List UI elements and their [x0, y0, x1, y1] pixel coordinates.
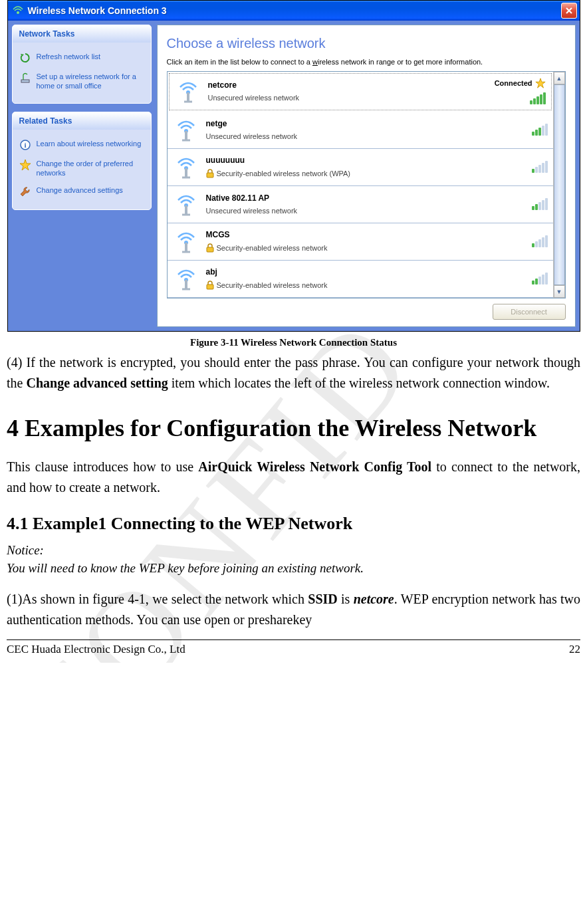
network-item[interactable]: netgeUnsecured wireless network	[168, 112, 553, 149]
network-info: netcoreUnsecured wireless network	[208, 80, 488, 102]
heading-section-4-1: 4.1 Example1 Connecting to the WEP Netwo…	[7, 514, 580, 534]
panel-related-tasks: Related Tasks i Learn about wireless net…	[12, 112, 152, 211]
text: (1)As shown in figure 4-1, we select the…	[7, 592, 308, 606]
network-item[interactable]: Native 802.11 APUnsecured wireless netwo…	[168, 186, 553, 223]
network-info: abjSecurity-enabled wireless network	[206, 267, 525, 290]
wireless-icon	[12, 5, 24, 17]
antenna-icon	[173, 154, 199, 180]
antenna-icon	[173, 265, 199, 292]
panel-network-tasks: Network Tasks Refresh network list	[12, 25, 152, 104]
close-button[interactable]	[561, 3, 577, 19]
intro-paragraph: This clause introduces how to use AirQui…	[7, 457, 580, 498]
page-footer: CEC Huada Electronic Design Co., Ltd 22	[7, 639, 580, 656]
network-item[interactable]: uuuuuuuuSecurity-enabled wireless networ…	[168, 149, 553, 186]
panel-header: Related Tasks	[13, 112, 151, 130]
paragraph-1: (1)As shown in figure 4-1, we select the…	[7, 589, 580, 630]
antenna-icon	[173, 116, 199, 143]
network-info: uuuuuuuuSecurity-enabled wireless networ…	[206, 156, 525, 178]
signal-bars	[530, 92, 546, 104]
lock-icon	[206, 243, 214, 253]
xp-window: Wireless Network Connection 3 Network Ta…	[7, 0, 580, 332]
window-title: Wireless Network Connection 3	[28, 5, 167, 16]
svg-rect-10	[207, 173, 213, 177]
antenna-icon	[173, 191, 199, 217]
panel-header: Network Tasks	[13, 25, 151, 43]
network-item[interactable]: netcoreUnsecured wireless networkConnect…	[169, 73, 552, 110]
network-right	[532, 273, 548, 285]
network-desc: Unsecured wireless network	[206, 132, 525, 140]
svg-rect-7	[185, 131, 187, 140]
sub-ul: w	[312, 58, 318, 66]
task-label: Set up a wireless network for a home or …	[37, 72, 144, 91]
scroll-down-button[interactable]: ▼	[554, 285, 565, 298]
notice-block: Notice: You will need to know the WEP ke…	[7, 542, 580, 577]
content-subtext: Click an item in the list below to conne…	[167, 58, 566, 66]
lock-icon	[206, 169, 214, 178]
network-desc: Security-enabled wireless network	[206, 281, 525, 290]
network-desc-text: Unsecured wireless network	[206, 132, 298, 140]
notice-label: Notice:	[7, 542, 580, 560]
text: is	[338, 592, 354, 606]
text: This clause introduces how to use	[7, 459, 198, 474]
scroll-up-button[interactable]: ▲	[554, 72, 565, 84]
signal-bars	[532, 273, 548, 285]
task-refresh[interactable]: Refresh network list	[19, 48, 144, 68]
network-item[interactable]: MCGSSecurity-enabled wireless network	[168, 223, 553, 261]
refresh-icon	[19, 52, 31, 64]
network-name: MCGS	[206, 230, 525, 239]
network-right	[532, 161, 548, 173]
network-name: uuuuuuuu	[206, 156, 525, 165]
scroll-thumb[interactable]	[554, 84, 565, 285]
star-icon	[19, 159, 31, 171]
lock-icon	[206, 281, 214, 290]
network-item[interactable]: abjSecurity-enabled wireless network	[168, 261, 553, 298]
sub-post: ireless network in range or to get more …	[318, 58, 483, 66]
network-info: Native 802.11 APUnsecured wireless netwo…	[206, 193, 525, 215]
network-info: netgeUnsecured wireless network	[206, 119, 525, 140]
network-desc-text: Unsecured wireless network	[208, 94, 300, 102]
task-learn[interactable]: i Learn about wireless networking	[19, 135, 144, 155]
task-label: Change advanced settings	[37, 185, 123, 195]
star-icon	[535, 78, 546, 88]
footer-page-number: 22	[569, 643, 580, 656]
sidebar: Network Tasks Refresh network list	[12, 25, 152, 327]
svg-rect-1	[21, 80, 29, 82]
network-desc: Unsecured wireless network	[206, 207, 525, 215]
notice-text: You will need to know the WEP key before…	[7, 560, 580, 578]
network-desc-text: Unsecured wireless network	[206, 207, 298, 215]
text-bold: AirQuick Wireless Network Config Tool	[198, 459, 431, 474]
task-change-advanced[interactable]: Change advanced settings	[19, 181, 144, 201]
signal-bars	[532, 198, 548, 210]
network-desc-text: Security-enabled wireless network	[217, 281, 328, 289]
network-name: netge	[206, 119, 525, 128]
status-text: Connected	[495, 79, 532, 87]
wrench-icon	[19, 185, 31, 197]
network-name: netcore	[208, 80, 488, 90]
svg-rect-15	[207, 247, 213, 252]
task-change-order[interactable]: Change the order of preferred networks	[19, 155, 144, 182]
network-info: MCGSSecurity-enabled wireless network	[206, 230, 525, 253]
disconnect-button[interactable]: Disconnect	[493, 304, 566, 320]
footer-company: CEC Huada Electronic Design Co., Ltd	[7, 643, 185, 656]
network-name: Native 802.11 AP	[206, 193, 525, 203]
svg-rect-5	[187, 92, 189, 102]
scrollbar[interactable]: ▲ ▼	[553, 72, 565, 298]
network-desc-text: Security-enabled wireless network (WPA)	[217, 170, 351, 177]
antenna-icon	[175, 78, 201, 104]
network-list[interactable]: netcoreUnsecured wireless networkConnect…	[168, 72, 553, 298]
titlebar[interactable]: Wireless Network Connection 3	[8, 1, 580, 21]
network-right	[532, 235, 548, 247]
svg-rect-9	[185, 168, 187, 177]
svg-rect-17	[185, 280, 187, 289]
task-setup-network[interactable]: Set up a wireless network for a home or …	[19, 68, 144, 95]
text-bold: SSID	[308, 592, 337, 606]
text-bold: Change advanced setting	[26, 376, 168, 390]
info-icon: i	[19, 139, 31, 151]
network-desc: Security-enabled wireless network (WPA)	[206, 169, 525, 178]
signal-bars	[532, 235, 548, 247]
sub-pre: Click an item in the list below to conne…	[167, 58, 313, 66]
svg-rect-18	[207, 285, 213, 289]
close-icon	[565, 7, 573, 15]
signal-bars	[532, 161, 548, 173]
antenna-icon	[19, 72, 31, 84]
